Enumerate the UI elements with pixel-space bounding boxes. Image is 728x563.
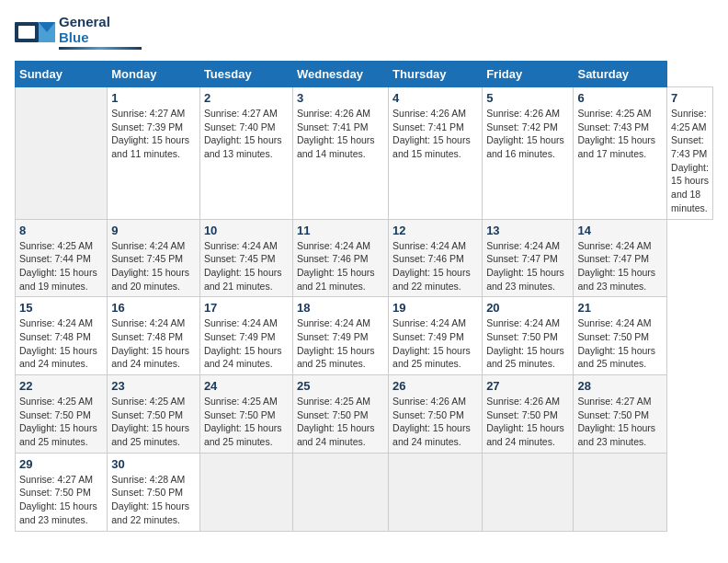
- sunrise-label: Sunrise: 4:28 AM: [111, 474, 185, 485]
- sunrise-label: Sunrise: 4:24 AM: [297, 240, 370, 251]
- col-header-friday: Friday: [483, 62, 574, 87]
- day-cell: [483, 453, 574, 531]
- daylight-label: Daylight: 15 hours and 23 minutes.: [19, 500, 97, 525]
- sunrise-label: Sunrise: 4:25 AM: [297, 396, 370, 407]
- daylight-label: Daylight: 15 hours and 16 minutes.: [486, 134, 564, 159]
- day-number: 15: [19, 301, 103, 315]
- sunrise-label: Sunrise: 4:24 AM: [577, 317, 651, 328]
- sunset-label: Sunset: 7:48 PM: [111, 331, 183, 342]
- daylight-label: Daylight: 15 hours and 24 minutes.: [486, 422, 564, 447]
- daylight-label: Daylight: 15 hours and 18 minutes.: [671, 162, 709, 213]
- sunrise-label: Sunrise: 4:26 AM: [392, 108, 466, 119]
- day-number: 26: [392, 379, 478, 393]
- day-cell: 5 Sunrise: 4:26 AM Sunset: 7:42 PM Dayli…: [483, 87, 574, 220]
- day-cell: 26 Sunrise: 4:26 AM Sunset: 7:50 PM Dayl…: [389, 375, 483, 454]
- day-info: Sunrise: 4:24 AM Sunset: 7:46 PM Dayligh…: [297, 239, 384, 293]
- sunrise-label: Sunrise: 4:24 AM: [19, 317, 93, 328]
- daylight-label: Daylight: 15 hours and 25 minutes.: [577, 345, 655, 370]
- day-cell: 15 Sunrise: 4:24 AM Sunset: 7:48 PM Dayl…: [16, 297, 108, 375]
- day-number: 17: [204, 301, 289, 315]
- day-number: 9: [111, 224, 196, 237]
- day-info: Sunrise: 4:25 AM Sunset: 7:50 PM Dayligh…: [297, 395, 384, 449]
- day-info: Sunrise: 4:24 AM Sunset: 7:49 PM Dayligh…: [204, 316, 289, 371]
- day-cell: 22 Sunrise: 4:25 AM Sunset: 7:50 PM Dayl…: [16, 375, 108, 454]
- day-cell: 16 Sunrise: 4:24 AM Sunset: 7:48 PM Dayl…: [108, 297, 200, 375]
- day-info: Sunrise: 4:27 AM Sunset: 7:50 PM Dayligh…: [19, 473, 103, 527]
- sunset-label: Sunset: 7:50 PM: [111, 409, 183, 420]
- sunrise-label: Sunrise: 4:25 AM: [577, 108, 651, 119]
- calendar-table: SundayMondayTuesdayWednesdayThursdayFrid…: [15, 61, 713, 532]
- day-cell: 6 Sunrise: 4:25 AM Sunset: 7:43 PM Dayli…: [574, 87, 667, 220]
- daylight-label: Daylight: 15 hours and 21 minutes.: [204, 267, 282, 292]
- sunset-label: Sunset: 7:50 PM: [392, 409, 464, 420]
- col-header-sunday: Sunday: [16, 62, 108, 87]
- day-cell: 19 Sunrise: 4:24 AM Sunset: 7:49 PM Dayl…: [389, 297, 483, 375]
- day-number: 4: [392, 91, 478, 105]
- day-number: 21: [577, 301, 663, 315]
- logo-underline: [59, 47, 142, 50]
- week-row-3: 15 Sunrise: 4:24 AM Sunset: 7:48 PM Dayl…: [16, 297, 713, 375]
- daylight-label: Daylight: 15 hours and 24 minutes.: [297, 422, 375, 447]
- day-cell: 10 Sunrise: 4:24 AM Sunset: 7:45 PM Dayl…: [199, 219, 292, 297]
- sunrise-label: Sunrise: 4:26 AM: [392, 396, 466, 407]
- sunset-label: Sunset: 7:50 PM: [297, 409, 369, 420]
- day-number: 8: [19, 224, 103, 237]
- sunrise-label: Sunrise: 4:26 AM: [486, 108, 560, 119]
- day-number: 20: [486, 301, 569, 315]
- sunrise-label: Sunrise: 4:24 AM: [392, 317, 466, 328]
- sunset-label: Sunset: 7:50 PM: [577, 409, 649, 420]
- day-cell: 21 Sunrise: 4:24 AM Sunset: 7:50 PM Dayl…: [574, 297, 667, 375]
- day-number: 3: [297, 91, 384, 105]
- day-number: 12: [392, 224, 478, 237]
- sunset-label: Sunset: 7:47 PM: [577, 253, 649, 264]
- day-number: 24: [204, 379, 289, 393]
- day-cell: [199, 453, 292, 531]
- sunrise-label: Sunrise: 4:24 AM: [486, 240, 560, 251]
- day-cell: [574, 453, 667, 531]
- page-header: General Blue: [15, 15, 713, 50]
- day-info: Sunrise: 4:25 AM Sunset: 7:50 PM Dayligh…: [204, 395, 289, 449]
- day-number: 11: [297, 224, 384, 237]
- day-info: Sunrise: 4:24 AM Sunset: 7:47 PM Dayligh…: [577, 239, 663, 293]
- day-cell: 25 Sunrise: 4:25 AM Sunset: 7:50 PM Dayl…: [292, 375, 388, 454]
- week-row-1: 1 Sunrise: 4:27 AM Sunset: 7:39 PM Dayli…: [16, 87, 713, 220]
- sunrise-label: Sunrise: 4:24 AM: [392, 240, 466, 251]
- day-number: 19: [392, 301, 478, 315]
- svg-rect-1: [18, 26, 35, 39]
- sunset-label: Sunset: 7:47 PM: [486, 253, 558, 264]
- week-row-5: 29 Sunrise: 4:27 AM Sunset: 7:50 PM Dayl…: [16, 453, 713, 531]
- day-number: 29: [19, 457, 103, 471]
- day-number: 16: [111, 301, 196, 315]
- day-cell: 7 Sunrise: 4:25 AM Sunset: 7:43 PM Dayli…: [667, 87, 713, 220]
- daylight-label: Daylight: 15 hours and 17 minutes.: [577, 134, 655, 159]
- day-info: Sunrise: 4:26 AM Sunset: 7:41 PM Dayligh…: [392, 107, 478, 161]
- daylight-label: Daylight: 15 hours and 14 minutes.: [297, 134, 375, 159]
- sunset-label: Sunset: 7:50 PM: [111, 487, 183, 498]
- sunset-label: Sunset: 7:50 PM: [19, 487, 91, 498]
- daylight-label: Daylight: 15 hours and 24 minutes.: [392, 422, 471, 447]
- day-cell: 18 Sunrise: 4:24 AM Sunset: 7:49 PM Dayl…: [292, 297, 388, 375]
- day-number: 10: [204, 224, 289, 237]
- daylight-label: Daylight: 15 hours and 20 minutes.: [111, 267, 189, 292]
- sunset-label: Sunset: 7:46 PM: [297, 253, 369, 264]
- day-cell: 24 Sunrise: 4:25 AM Sunset: 7:50 PM Dayl…: [199, 375, 292, 454]
- sunset-label: Sunset: 7:40 PM: [204, 121, 276, 132]
- col-header-monday: Monday: [108, 62, 200, 87]
- col-header-wednesday: Wednesday: [292, 62, 388, 87]
- day-cell: 29 Sunrise: 4:27 AM Sunset: 7:50 PM Dayl…: [16, 453, 108, 531]
- day-number: 23: [111, 379, 196, 393]
- header-row: SundayMondayTuesdayWednesdayThursdayFrid…: [16, 62, 713, 87]
- sunrise-label: Sunrise: 4:26 AM: [486, 396, 560, 407]
- sunset-label: Sunset: 7:48 PM: [19, 331, 91, 342]
- sunset-label: Sunset: 7:43 PM: [671, 134, 707, 159]
- sunset-label: Sunset: 7:44 PM: [19, 253, 91, 264]
- day-number: 22: [19, 379, 103, 393]
- day-info: Sunrise: 4:24 AM Sunset: 7:48 PM Dayligh…: [19, 316, 103, 371]
- col-header-tuesday: Tuesday: [199, 62, 292, 87]
- daylight-label: Daylight: 15 hours and 25 minutes.: [392, 345, 471, 370]
- sunset-label: Sunset: 7:50 PM: [577, 331, 649, 342]
- sunset-label: Sunset: 7:42 PM: [486, 121, 558, 132]
- sunrise-label: Sunrise: 4:27 AM: [204, 108, 278, 119]
- day-cell: 4 Sunrise: 4:26 AM Sunset: 7:41 PM Dayli…: [389, 87, 483, 220]
- daylight-label: Daylight: 15 hours and 21 minutes.: [297, 267, 375, 292]
